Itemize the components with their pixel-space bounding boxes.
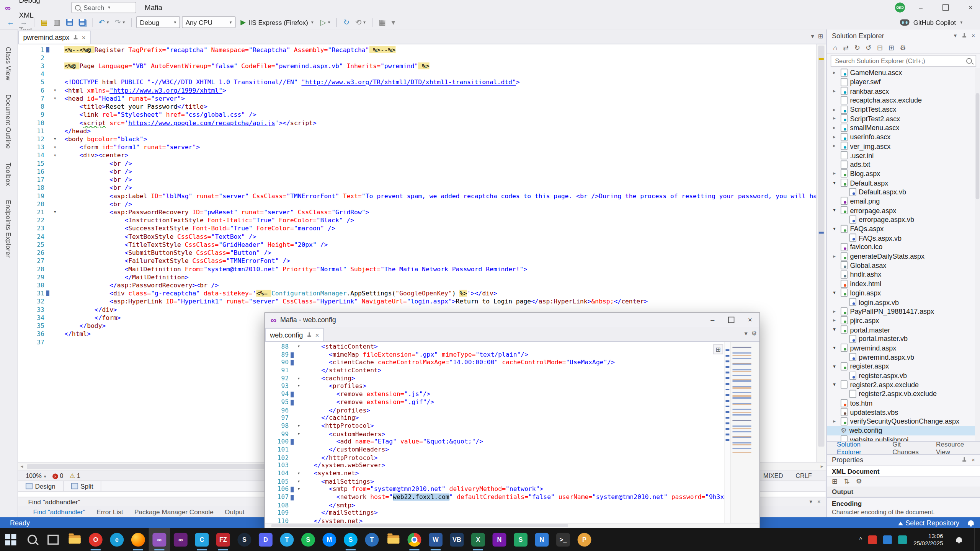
breakpoint-margin[interactable] [18,159,28,167]
tree-item-register2-aspx-exclude[interactable]: ▾register2.aspx.exclude [827,380,980,389]
breakpoint-margin[interactable] [18,151,28,159]
fold-arrow-icon[interactable] [295,375,303,383]
tree-item-smallmenu-ascx[interactable]: ▸smallMenu.ascx [827,123,980,132]
warning-count[interactable]: ⚠ 1 [70,472,80,479]
code-text[interactable]: <httpProtocol> [302,422,374,430]
settings-gear-icon[interactable]: ⚙ [751,330,757,337]
maximize-button[interactable] [936,0,955,15]
terminal-icon[interactable]: >_ [552,528,574,551]
code-text[interactable] [59,54,64,62]
fold-arrow-icon[interactable] [295,486,303,494]
tree-item-default-aspx[interactable]: ▾Default.aspx [827,178,980,187]
breakpoint-margin[interactable] [265,383,273,391]
code-text[interactable]: <%--<%@ Register TagPrefix="recaptcha" N… [59,46,395,54]
switch-views-icon[interactable]: ⇄ [843,43,849,51]
breakpoint-margin[interactable] [265,367,273,375]
chevron-collapsed-icon[interactable]: ▸ [833,134,841,140]
breakpoint-margin[interactable] [18,119,28,127]
search-box[interactable]: Search ▾ [71,2,136,13]
steam-icon[interactable]: S [234,528,255,551]
onenote-icon[interactable]: N [489,528,510,551]
properties-icon[interactable]: ⚙ [900,43,906,51]
code-text[interactable]: <mailSettings> [302,478,374,486]
code-text[interactable]: <customHeaders> [302,430,385,438]
tree-item-gamemenu-ascx[interactable]: ▸GameMenu.ascx [827,68,980,77]
breakpoint-margin[interactable] [265,359,273,367]
solution-platform-dropdown[interactable]: Any CPU▾ [182,16,235,28]
code-text[interactable]: <remove extension=".gif"/> [302,398,434,406]
tree-item-player-swf[interactable]: player.swf [827,77,980,86]
code-text[interactable]: </body> [59,322,106,330]
maximize-button[interactable] [722,312,741,327]
breakpoint-margin[interactable] [265,494,273,502]
tree-item-portal-master[interactable]: ▾portal.master [827,325,980,334]
excel-icon[interactable]: X [467,528,489,551]
tab-web-config[interactable]: web.config × [265,328,324,341]
tree-item-ver-img-ascx[interactable]: ▸ver_img.ascx [827,142,980,151]
fold-arrow-icon[interactable] [295,478,303,486]
code-text[interactable]: <clientCache cacheControlMaxAge="14.00:0… [302,359,615,367]
code-text[interactable]: <FailureTextStyle CssClass="TMNErrorFont… [59,257,290,265]
sync-with-active-document-icon[interactable]: ↻ [854,43,860,51]
tree-item-errorpage-aspx[interactable]: ▾errorpage.aspx [827,206,980,215]
code-text[interactable]: <profiles> [302,383,366,391]
tree-item-user-ini[interactable]: .user.ini [827,151,980,160]
tree-item-pwremind-aspx-vb[interactable]: pwremind.aspx.vb [827,352,980,362]
chevron-collapsed-icon[interactable]: ▸ [833,318,841,323]
code-text[interactable]: <br /> [59,184,132,192]
chevron-collapsed-icon[interactable]: ▸ [833,125,841,130]
code-text[interactable]: <system.net> [302,470,359,478]
tray-expand-icon[interactable]: ^ [859,536,862,543]
code-text[interactable]: <add name="ETag" value="&quot;&quot;"/> [302,438,483,446]
tree-item-faqs-aspx[interactable]: ▾FAQs.aspx [827,224,980,233]
github-copilot-button[interactable]: GitHub Copilot ▾ [900,18,962,26]
tree-item-register-aspx-vb[interactable]: register.aspx.vb [827,371,980,380]
chevron-collapsed-icon[interactable]: ▸ [833,143,841,149]
categorized-icon[interactable]: ⊞ [832,478,838,486]
code-text[interactable]: <!DOCTYPE html PUBLIC "-//W3C//DTD XHTML… [59,78,519,86]
fold-arrow-icon[interactable] [51,95,59,103]
tree-item-tos-htm[interactable]: tos.htm [827,398,980,408]
tree-item-register-aspx[interactable]: ▾register.aspx [827,362,980,371]
active-files-dropdown-icon[interactable]: ▾ [744,330,747,337]
panel-tab-package-manager-console[interactable]: Package Manager Console [129,508,219,515]
properties-object-dropdown[interactable]: XML Document [827,465,980,476]
chrome-icon[interactable] [404,528,425,551]
breakpoint-margin[interactable] [18,208,28,216]
tree-item-login-aspx-vb[interactable]: login.aspx.vb [827,297,980,306]
panel-tab-solution-explorer[interactable]: Solution Explorer [832,440,886,455]
tree-item-pwremind-aspx[interactable]: ▾pwremind.aspx [827,343,980,352]
breakpoint-margin[interactable] [265,517,273,523]
breakpoint-margin[interactable] [18,168,28,176]
tree-item-hndlr-ashx[interactable]: hndlr.ashx [827,270,980,279]
breakpoint-margin[interactable] [265,343,273,351]
breakpoint-margin[interactable] [265,414,273,422]
chevron-collapsed-icon[interactable]: ▸ [833,253,841,259]
tree-item-rankbar-ascx[interactable]: ▸rankbar.ascx [827,86,980,96]
breakpoint-margin[interactable] [18,200,28,208]
redo-button[interactable]: ↷▾ [113,16,127,29]
code-text[interactable]: <SubmitButtonStyle CssClass="Button" /> [59,249,271,257]
tool-tab-class-view[interactable]: Class View [5,47,13,80]
tree-item-verifysecurityquestionchange-aspx[interactable]: ▸verifySecurityQuestionChange.aspx [827,417,980,426]
fold-arrow-icon[interactable] [51,208,59,216]
pin-icon[interactable] [962,458,967,463]
minimap[interactable] [730,342,760,523]
pin-icon[interactable] [962,33,967,38]
code-text[interactable]: <smtp from="system@tmn2010.net" delivery… [302,486,543,494]
code-text[interactable]: <asp:Label ID="lblMsg" runat="server" Cs… [59,192,817,200]
breakpoint-margin[interactable] [18,297,28,305]
tree-item-updatestats-vbs[interactable]: updatestats.vbs [827,408,980,417]
chevron-down-icon[interactable]: ▾ [328,20,330,24]
chevron-down-icon[interactable]: ▾ [363,20,366,24]
visual-studio-icon[interactable]: ∞ [149,528,170,551]
code-text[interactable]: <InstructionTextStyle Font-Italic="True"… [59,216,354,224]
panel-tab-find-addhandler[interactable]: Find "addhandler" [28,508,90,515]
code-text[interactable]: <asp:PasswordRecovery ID="pwReset" runat… [59,208,369,216]
firefox-icon[interactable] [127,528,149,551]
split-view-button[interactable]: Split [64,481,101,491]
spotify-icon[interactable]: S [297,528,319,551]
visual-studio-code-icon[interactable]: C [191,528,213,551]
tray-app-teal-icon[interactable] [898,535,907,544]
breakpoint-margin[interactable] [18,330,28,338]
